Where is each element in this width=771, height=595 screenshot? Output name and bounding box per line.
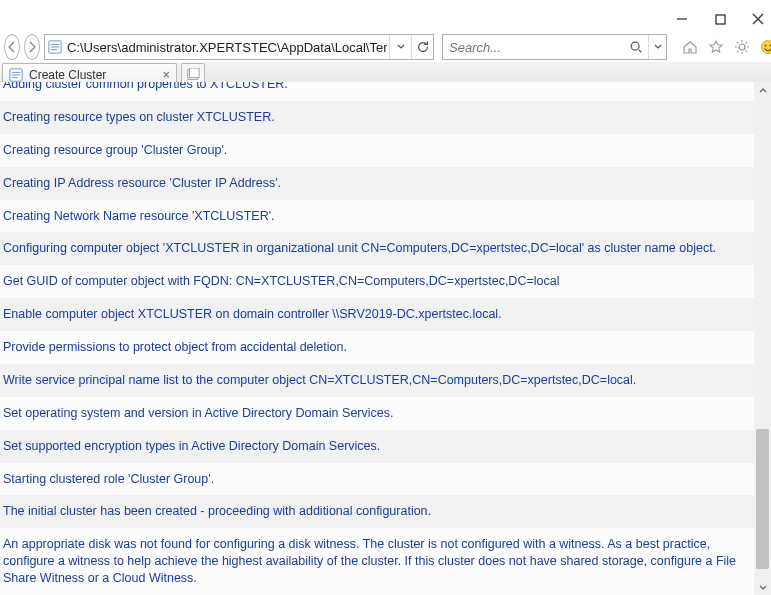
svg-point-8 [762, 41, 772, 54]
log-line: Configuring computer object 'XTCLUSTER i… [0, 232, 754, 265]
address-input[interactable] [65, 40, 389, 55]
log-line: Provide permissions to protect object fr… [0, 331, 754, 364]
close-window-button[interactable] [751, 12, 765, 26]
svg-rect-1 [716, 15, 725, 24]
forward-button[interactable] [24, 34, 40, 60]
svg-rect-13 [190, 68, 200, 78]
search-dropdown[interactable] [648, 35, 666, 59]
tab-close-icon[interactable]: × [162, 67, 170, 82]
log-line: Set operating system and version in Acti… [0, 397, 754, 430]
svg-point-9 [765, 45, 767, 47]
home-icon[interactable] [681, 38, 699, 56]
log-line: An appropriate disk was not found for co… [0, 528, 754, 595]
scroll-thumb[interactable] [756, 429, 769, 569]
toolbar [0, 32, 771, 62]
back-button[interactable] [4, 34, 20, 60]
log-line: Enable computer object XTCLUSTER on doma… [0, 298, 754, 331]
log-line: Creating IP Address resource 'Cluster IP… [0, 167, 754, 200]
window-controls [675, 12, 765, 26]
scroll-up-arrow[interactable] [754, 82, 771, 99]
page-favicon-icon [45, 40, 65, 54]
vertical-scrollbar[interactable] [754, 82, 771, 595]
smiley-icon[interactable] [759, 38, 771, 56]
tab-favicon-icon [9, 68, 23, 82]
svg-line-6 [639, 50, 642, 53]
minimize-button[interactable] [675, 12, 689, 26]
log-line: Creating Network Name resource 'XTCLUSTE… [0, 200, 754, 233]
log-line: Adding cluster common properties to XTCL… [0, 82, 754, 101]
log-line: The initial cluster has been created - p… [0, 495, 754, 528]
maximize-button[interactable] [713, 12, 727, 26]
address-dropdown[interactable] [389, 35, 411, 59]
scroll-down-arrow[interactable] [754, 578, 771, 595]
favorites-icon[interactable] [707, 38, 725, 56]
tab-title: Create Cluster [29, 68, 156, 82]
command-bar [681, 38, 771, 56]
address-bar [44, 34, 434, 60]
svg-point-5 [631, 42, 639, 50]
refresh-button[interactable] [411, 35, 433, 59]
search-bar [442, 34, 667, 60]
tools-icon[interactable] [733, 38, 751, 56]
log-line: Get GUID of computer object with FQDN: C… [0, 265, 754, 298]
search-button[interactable] [624, 40, 648, 54]
log-line: Creating resource group 'Cluster Group'. [0, 134, 754, 167]
log-line: Write service principal name list to the… [0, 364, 754, 397]
svg-point-7 [739, 44, 745, 50]
log-line: Starting clustered role 'Cluster Group'. [0, 463, 754, 496]
log-line: Set supported encryption types in Active… [0, 430, 754, 463]
log-content: Adding cluster common properties to XTCL… [0, 82, 754, 595]
search-input[interactable] [443, 40, 624, 55]
log-line: Creating resource types on cluster XTCLU… [0, 101, 754, 134]
menu-bar [0, 0, 771, 4]
